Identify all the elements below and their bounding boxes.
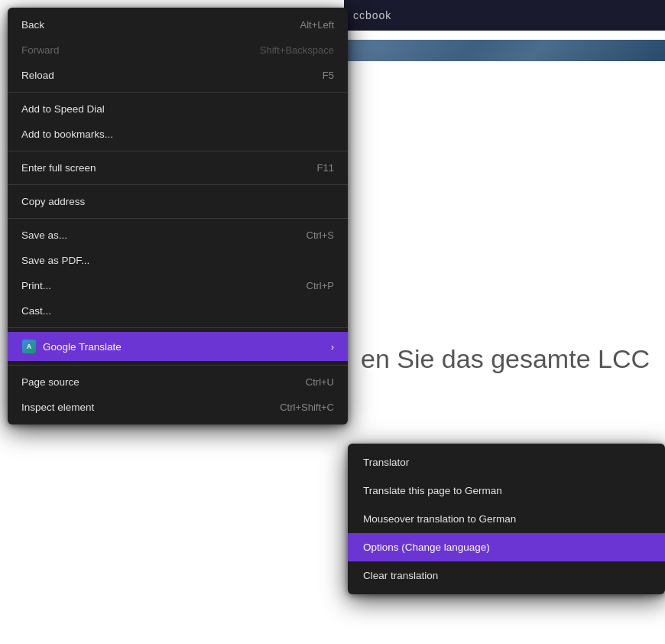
menu-item-back[interactable]: Back Alt+Left <box>8 12 348 37</box>
separator-3 <box>8 184 348 185</box>
google-translate-icon: A <box>21 339 37 354</box>
menu-item-back-shortcut: Alt+Left <box>300 19 334 31</box>
menu-item-cast-label: Cast... <box>21 305 334 317</box>
menu-item-page-source[interactable]: Page source Ctrl+U <box>8 369 348 395</box>
submenu-item-translator-label: Translator <box>363 457 409 468</box>
menu-item-copy-address[interactable]: Copy address <box>8 189 348 214</box>
submenu-item-translator[interactable]: Translator <box>348 448 665 476</box>
menu-item-reload[interactable]: Reload F5 <box>8 63 348 88</box>
submenu-item-mouseover[interactable]: Mouseover translation to German <box>348 505 665 533</box>
menu-item-save-pdf[interactable]: Save as PDF... <box>8 248 348 273</box>
menu-item-bookmarks[interactable]: Add to bookmarks... <box>8 122 348 147</box>
menu-item-back-label: Back <box>21 19 300 31</box>
page-header: ccbook <box>344 0 665 31</box>
menu-item-bookmarks-label: Add to bookmarks... <box>21 128 334 140</box>
submenu-item-clear[interactable]: Clear translation <box>348 561 665 590</box>
separator-1 <box>8 92 348 93</box>
menu-item-save-pdf-label: Save as PDF... <box>21 255 334 266</box>
menu-item-reload-shortcut: F5 <box>323 70 334 81</box>
separator-5 <box>8 327 348 328</box>
menu-item-google-translate-label: Google Translate <box>43 341 331 353</box>
menu-item-inspect-label: Inspect element <box>21 402 280 413</box>
menu-item-save-as-label: Save as... <box>21 229 307 241</box>
gt-icon-graphic: A <box>22 340 36 353</box>
submenu-item-clear-label: Clear translation <box>363 570 438 581</box>
menu-item-forward[interactable]: Forward Shift+Backspace <box>8 37 348 63</box>
menu-item-cast[interactable]: Cast... <box>8 298 348 324</box>
submenu-item-translate-page-label: Translate this page to German <box>363 485 502 496</box>
submenu-item-translate-page[interactable]: Translate this page to German <box>348 476 665 505</box>
menu-item-speed-dial-label: Add to Speed Dial <box>21 103 334 115</box>
menu-item-speed-dial[interactable]: Add to Speed Dial <box>8 96 348 122</box>
google-translate-submenu: Translator Translate this page to German… <box>348 444 665 594</box>
page-german-text: en Sie das gesamte LCC <box>361 344 650 374</box>
menu-item-page-source-label: Page source <box>21 376 306 388</box>
menu-item-forward-label: Forward <box>21 44 260 56</box>
submenu-arrow-icon: › <box>331 341 334 353</box>
menu-item-print-shortcut: Ctrl+P <box>307 280 334 291</box>
menu-item-page-source-shortcut: Ctrl+U <box>306 376 334 388</box>
menu-item-fullscreen[interactable]: Enter full screen F11 <box>8 155 348 181</box>
menu-item-fullscreen-shortcut: F11 <box>317 162 334 174</box>
submenu-item-mouseover-label: Mouseover translation to German <box>363 513 516 525</box>
separator-4 <box>8 218 348 219</box>
menu-item-fullscreen-label: Enter full screen <box>21 162 317 174</box>
separator-6 <box>8 365 348 366</box>
menu-item-google-translate[interactable]: A Google Translate › <box>8 332 348 361</box>
page-header-text: ccbook <box>353 9 391 21</box>
menu-item-copy-address-label: Copy address <box>21 196 334 207</box>
context-menu: Back Alt+Left Forward Shift+Backspace Re… <box>8 8 348 424</box>
menu-item-forward-shortcut: Shift+Backspace <box>260 44 334 56</box>
submenu-item-options-label: Options (Change language) <box>363 542 490 553</box>
menu-item-save-as-shortcut: Ctrl+S <box>307 229 334 241</box>
menu-item-print[interactable]: Print... Ctrl+P <box>8 273 348 298</box>
menu-item-inspect[interactable]: Inspect element Ctrl+Shift+C <box>8 395 348 420</box>
submenu-item-options[interactable]: Options (Change language) <box>348 533 665 561</box>
menu-item-inspect-shortcut: Ctrl+Shift+C <box>280 402 334 413</box>
menu-item-reload-label: Reload <box>21 70 323 81</box>
separator-2 <box>8 151 348 151</box>
menu-item-print-label: Print... <box>21 280 307 291</box>
menu-item-save-as[interactable]: Save as... Ctrl+S <box>8 223 348 248</box>
page-blue-bar <box>344 40 665 61</box>
